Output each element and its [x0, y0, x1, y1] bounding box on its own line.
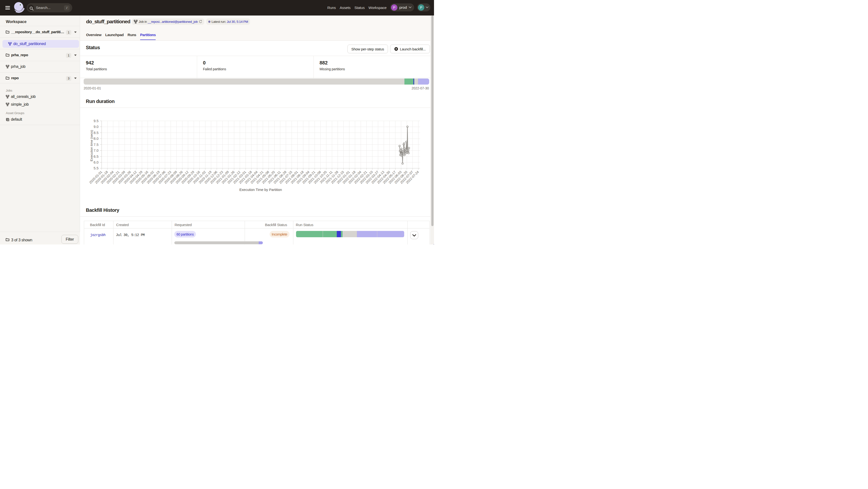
svg-text:8.5: 8.5 [94, 131, 98, 135]
svg-text:9.0: 9.0 [94, 125, 98, 129]
svg-text:8.0: 8.0 [94, 137, 98, 140]
svg-text:Execution Time by Partition: Execution Time by Partition [239, 188, 282, 192]
svg-text:6.5: 6.5 [94, 155, 98, 159]
svg-text:7.5: 7.5 [94, 143, 98, 146]
svg-text:5.5: 5.5 [94, 166, 98, 170]
svg-text:7.0: 7.0 [94, 149, 98, 153]
svg-text:6.0: 6.0 [94, 160, 98, 164]
svg-text:Execution time (secs): Execution time (secs) [90, 130, 93, 161]
svg-text:9.5: 9.5 [94, 119, 98, 123]
